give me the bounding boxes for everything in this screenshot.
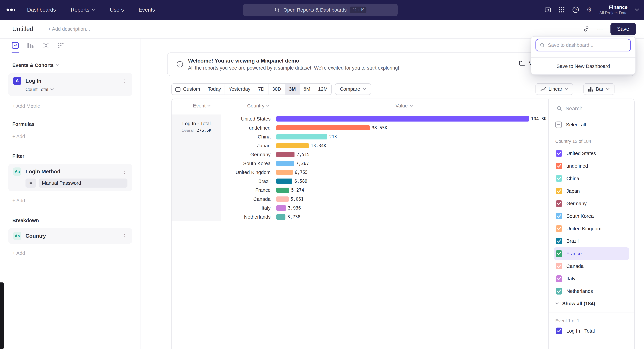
column-header-value[interactable]: Value xyxy=(396,103,413,109)
help-icon[interactable]: ? xyxy=(572,6,579,13)
legend-item[interactable]: Canada xyxy=(554,260,629,272)
nav-link[interactable]: Events xyxy=(139,7,155,13)
save-to-new-dashboard-option[interactable]: Save to New Dashboard xyxy=(531,58,636,74)
column-header-country[interactable]: Country xyxy=(247,103,270,109)
global-search-button[interactable]: Open Reports & Dashboards ⌘ + K xyxy=(243,4,398,16)
legend-checkbox[interactable] xyxy=(556,150,562,157)
legend-item[interactable]: China xyxy=(554,172,629,185)
bar[interactable] xyxy=(276,161,294,166)
legend-checkbox[interactable] xyxy=(556,200,562,207)
add-formula-button[interactable]: + Add xyxy=(12,134,140,139)
line-mode-button[interactable]: Linear xyxy=(536,83,573,95)
filter-operator[interactable]: = xyxy=(26,179,36,188)
bar[interactable] xyxy=(276,116,529,121)
legend-item[interactable]: United States xyxy=(554,147,629,160)
metric-kebab-icon[interactable]: ⋮ xyxy=(122,78,128,84)
date-range-segment[interactable]: 30D xyxy=(268,84,285,94)
date-range-segment[interactable]: 12M xyxy=(314,84,331,94)
add-description-field[interactable]: + Add description... xyxy=(48,26,90,32)
legend-item[interactable]: Italy xyxy=(554,272,629,285)
compare-button[interactable]: Compare xyxy=(335,83,371,95)
select-all-row[interactable]: Select all xyxy=(555,121,634,128)
legend-item[interactable]: South Korea xyxy=(554,210,629,222)
date-range-segment[interactable]: 3M xyxy=(285,84,300,94)
event-legend-item[interactable]: Log In - Total xyxy=(556,328,634,334)
legend-checkbox[interactable] xyxy=(556,263,562,269)
chart-type-button[interactable]: Bar xyxy=(584,83,614,95)
save-dashboard-search[interactable] xyxy=(536,39,631,51)
bar-row[interactable]: Brazil 6,589 xyxy=(221,177,549,186)
bar-row[interactable]: Germany 7,515 xyxy=(221,150,549,159)
event-series-cell[interactable]: Log In - Total Overall 276.5K xyxy=(172,114,221,221)
legend-item[interactable]: undefined xyxy=(554,160,629,172)
legend-item[interactable]: Japan xyxy=(554,185,629,197)
connect-data-icon[interactable] xyxy=(544,6,551,13)
bar-row[interactable]: Japan 13.34K xyxy=(221,141,549,150)
bar[interactable] xyxy=(276,196,289,202)
bar[interactable] xyxy=(276,179,292,184)
settings-gear-icon[interactable]: ⚙ xyxy=(586,7,592,13)
bar[interactable] xyxy=(276,205,286,211)
legend-item[interactable]: France xyxy=(554,247,629,260)
filter-property-name[interactable]: Login Method xyxy=(26,168,60,175)
nav-link[interactable]: Reports xyxy=(70,7,95,13)
date-range-segment[interactable]: Today xyxy=(204,84,225,94)
bar-row[interactable]: South Korea 7,267 xyxy=(221,159,549,168)
legend-checkbox[interactable] xyxy=(556,288,562,294)
legend-search[interactable] xyxy=(556,105,634,112)
nav-link[interactable]: Users xyxy=(110,7,124,13)
date-range-segment[interactable]: 6M xyxy=(300,84,314,94)
add-filter-button[interactable]: + Add xyxy=(12,198,140,204)
tab-funnels[interactable] xyxy=(27,38,34,53)
tab-insights[interactable] xyxy=(12,38,19,53)
apps-grid-icon[interactable] xyxy=(558,6,565,13)
bar-row[interactable]: Netherlands 3,738 xyxy=(221,212,549,221)
nav-link[interactable]: Dashboards xyxy=(27,7,56,13)
legend-checkbox[interactable] xyxy=(556,188,562,194)
view-sample-button[interactable]: V xyxy=(519,60,532,66)
metric-event-name[interactable]: Log In xyxy=(26,78,42,84)
metric-card[interactable]: A Log In ⋮ Count Total xyxy=(8,73,132,96)
legend-item[interactable]: Brazil xyxy=(554,235,629,247)
breakdown-kebab-icon[interactable]: ⋮ xyxy=(122,233,128,239)
bar[interactable] xyxy=(276,152,294,157)
mixpanel-logo[interactable] xyxy=(6,8,17,11)
bar-row[interactable]: France 5,274 xyxy=(221,186,549,195)
bar-row[interactable]: Canada 5,061 xyxy=(221,195,549,204)
breakdown-card[interactable]: Aa Country ⋮ xyxy=(8,228,132,244)
legend-item[interactable]: United Kingdom xyxy=(554,222,629,235)
add-metric-button[interactable]: + Add Metric xyxy=(12,103,140,109)
bar-row[interactable]: United States 104.3K xyxy=(221,114,549,123)
aggregation-dropdown[interactable]: Count Total xyxy=(26,87,128,92)
date-range-segment[interactable]: Yesterday xyxy=(225,84,254,94)
bar[interactable] xyxy=(276,125,370,131)
events-cohorts-section-label[interactable]: Events & Cohorts xyxy=(12,62,140,68)
save-dashboard-input[interactable] xyxy=(548,42,627,48)
legend-checkbox[interactable] xyxy=(556,238,562,244)
share-link-icon[interactable] xyxy=(583,26,590,32)
event-checkbox[interactable] xyxy=(556,328,562,334)
bar[interactable] xyxy=(276,134,327,139)
breakdown-property-name[interactable]: Country xyxy=(26,233,46,239)
tab-flows[interactable] xyxy=(42,38,49,53)
project-selector[interactable]: Finance All Project Data xyxy=(599,4,628,15)
legend-checkbox[interactable] xyxy=(556,250,562,257)
legend-checkbox[interactable] xyxy=(556,225,562,232)
legend-item[interactable]: Netherlands xyxy=(554,285,629,298)
column-header-event[interactable]: Event xyxy=(193,103,211,109)
bar-row[interactable]: China 21K xyxy=(221,132,549,141)
show-all-button[interactable]: Show all (184) xyxy=(555,301,634,307)
legend-checkbox[interactable] xyxy=(556,213,562,219)
filter-value[interactable]: Manual Password xyxy=(38,179,127,188)
date-range-segment[interactable]: 7D xyxy=(254,84,268,94)
bar[interactable] xyxy=(276,188,289,193)
bar-row[interactable]: United Kingdom 6,755 xyxy=(221,168,549,177)
bar[interactable] xyxy=(276,170,293,175)
legend-search-input[interactable] xyxy=(566,105,623,112)
legend-checkbox[interactable] xyxy=(556,175,562,182)
select-all-checkbox[interactable] xyxy=(555,121,562,128)
filter-card[interactable]: Aa Login Method ⋮ = Manual Password xyxy=(8,164,132,191)
legend-item[interactable]: Germany xyxy=(554,197,629,210)
add-breakdown-button[interactable]: + Add xyxy=(12,250,140,256)
save-button[interactable]: Save xyxy=(610,23,636,35)
